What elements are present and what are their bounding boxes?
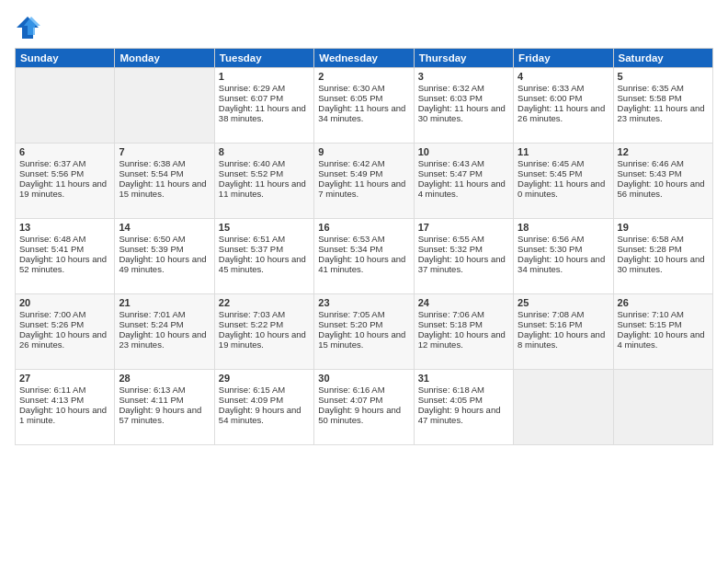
sunrise-text: Sunrise: 6:32 AM: [418, 83, 509, 93]
day-number: 17: [418, 222, 509, 233]
daylight-text: Daylight: 9 hours and 47 minutes.: [418, 405, 509, 425]
daylight-text: Daylight: 11 hours and 30 minutes.: [418, 103, 509, 123]
sunrise-text: Sunrise: 6:33 AM: [518, 83, 609, 93]
daylight-text: Daylight: 11 hours and 38 minutes.: [219, 103, 310, 123]
sunrise-text: Sunrise: 6:58 AM: [618, 234, 709, 244]
daylight-text: Daylight: 10 hours and 12 minutes.: [418, 329, 509, 350]
daylight-text: Daylight: 10 hours and 52 minutes.: [19, 254, 110, 274]
sunset-text: Sunset: 5:22 PM: [219, 319, 310, 329]
sunset-text: Sunset: 6:00 PM: [518, 93, 609, 103]
daylight-text: Daylight: 10 hours and 19 minutes.: [219, 329, 310, 350]
sunrise-text: Sunrise: 6:48 AM: [19, 234, 110, 244]
sunrise-text: Sunrise: 6:18 AM: [418, 385, 509, 395]
sunrise-text: Sunrise: 6:40 AM: [219, 158, 310, 168]
daylight-text: Daylight: 11 hours and 7 minutes.: [318, 178, 409, 199]
sunrise-text: Sunrise: 6:50 AM: [119, 234, 210, 244]
day-number: 26: [618, 297, 709, 308]
sunrise-text: Sunrise: 7:05 AM: [318, 309, 409, 319]
sunset-text: Sunset: 5:18 PM: [418, 319, 509, 329]
day-cell: 14Sunrise: 6:50 AMSunset: 5:39 PMDayligh…: [115, 219, 214, 294]
sunset-text: Sunset: 4:05 PM: [418, 395, 509, 405]
day-number: 27: [19, 373, 110, 384]
daylight-text: Daylight: 9 hours and 54 minutes.: [219, 405, 310, 425]
day-number: 9: [318, 146, 409, 157]
sunrise-text: Sunrise: 7:08 AM: [518, 309, 609, 319]
sunset-text: Sunset: 5:28 PM: [618, 244, 709, 254]
day-number: 7: [119, 146, 210, 157]
sunrise-text: Sunrise: 7:06 AM: [418, 309, 509, 319]
sunrise-text: Sunrise: 6:16 AM: [318, 385, 409, 395]
sunset-text: Sunset: 5:41 PM: [19, 244, 110, 254]
calendar-header: Sunday Monday Tuesday Wednesday Thursday…: [16, 49, 713, 68]
week-row-4: 20Sunrise: 7:00 AMSunset: 5:26 PMDayligh…: [16, 294, 713, 370]
sunrise-text: Sunrise: 6:51 AM: [219, 234, 310, 244]
day-cell: 28Sunrise: 6:13 AMSunset: 4:11 PMDayligh…: [115, 370, 214, 445]
day-number: 31: [418, 373, 509, 384]
day-cell: [16, 68, 115, 144]
daylight-text: Daylight: 10 hours and 34 minutes.: [518, 254, 609, 274]
day-number: 20: [19, 297, 110, 308]
daylight-text: Daylight: 10 hours and 4 minutes.: [618, 329, 709, 350]
daylight-text: Daylight: 11 hours and 11 minutes.: [219, 178, 310, 199]
day-number: 19: [618, 222, 709, 233]
sunrise-text: Sunrise: 6:45 AM: [518, 158, 609, 168]
sunrise-text: Sunrise: 6:42 AM: [318, 158, 409, 168]
daylight-text: Daylight: 9 hours and 50 minutes.: [318, 405, 409, 425]
sunrise-text: Sunrise: 7:03 AM: [219, 309, 310, 319]
sunrise-text: Sunrise: 6:15 AM: [219, 385, 310, 395]
day-number: 21: [119, 297, 210, 308]
daylight-text: Daylight: 10 hours and 30 minutes.: [618, 254, 709, 274]
sunset-text: Sunset: 5:24 PM: [119, 319, 210, 329]
day-cell: 16Sunrise: 6:53 AMSunset: 5:34 PMDayligh…: [314, 219, 414, 294]
sunrise-text: Sunrise: 6:55 AM: [418, 234, 509, 244]
day-cell: 18Sunrise: 6:56 AMSunset: 5:30 PMDayligh…: [514, 219, 613, 294]
day-cell: 4Sunrise: 6:33 AMSunset: 6:00 PMDaylight…: [514, 68, 613, 144]
day-cell: 2Sunrise: 6:30 AMSunset: 6:05 PMDaylight…: [314, 68, 414, 144]
sunrise-text: Sunrise: 6:37 AM: [19, 158, 110, 168]
sunset-text: Sunset: 5:30 PM: [518, 244, 609, 254]
day-cell: [514, 370, 613, 445]
sunset-text: Sunset: 4:09 PM: [219, 395, 310, 405]
daylight-text: Daylight: 11 hours and 15 minutes.: [119, 178, 210, 199]
day-cell: 21Sunrise: 7:01 AMSunset: 5:24 PMDayligh…: [115, 294, 214, 370]
col-tuesday: Tuesday: [214, 49, 313, 68]
sunrise-text: Sunrise: 6:38 AM: [119, 158, 210, 168]
day-cell: 17Sunrise: 6:55 AMSunset: 5:32 PMDayligh…: [414, 219, 513, 294]
sunrise-text: Sunrise: 7:01 AM: [119, 309, 210, 319]
col-wednesday: Wednesday: [314, 49, 414, 68]
day-cell: 9Sunrise: 6:42 AMSunset: 5:49 PMDaylight…: [314, 144, 414, 219]
daylight-text: Daylight: 10 hours and 56 minutes.: [618, 178, 709, 199]
daylight-text: Daylight: 10 hours and 23 minutes.: [119, 329, 210, 350]
daylight-text: Daylight: 11 hours and 23 minutes.: [618, 103, 709, 123]
day-cell: 13Sunrise: 6:48 AMSunset: 5:41 PMDayligh…: [16, 219, 115, 294]
calendar-table: Sunday Monday Tuesday Wednesday Thursday…: [15, 48, 713, 445]
day-number: 15: [219, 222, 310, 233]
day-number: 6: [19, 146, 110, 157]
day-cell: 19Sunrise: 6:58 AMSunset: 5:28 PMDayligh…: [613, 219, 712, 294]
daylight-text: Daylight: 10 hours and 15 minutes.: [318, 329, 409, 350]
day-cell: 10Sunrise: 6:43 AMSunset: 5:47 PMDayligh…: [414, 144, 513, 219]
daylight-text: Daylight: 11 hours and 34 minutes.: [318, 103, 409, 123]
daylight-text: Daylight: 9 hours and 57 minutes.: [119, 405, 210, 425]
daylight-text: Daylight: 10 hours and 8 minutes.: [518, 329, 609, 350]
day-number: 12: [618, 146, 709, 157]
day-cell: 7Sunrise: 6:38 AMSunset: 5:54 PMDaylight…: [115, 144, 214, 219]
day-number: 3: [418, 71, 509, 82]
col-friday: Friday: [514, 49, 613, 68]
sunset-text: Sunset: 5:32 PM: [418, 244, 509, 254]
daylight-text: Daylight: 10 hours and 49 minutes.: [119, 254, 210, 274]
day-cell: 27Sunrise: 6:11 AMSunset: 4:13 PMDayligh…: [16, 370, 115, 445]
week-row-2: 6Sunrise: 6:37 AMSunset: 5:56 PMDaylight…: [16, 144, 713, 219]
sunrise-text: Sunrise: 6:56 AM: [518, 234, 609, 244]
daylight-text: Daylight: 10 hours and 26 minutes.: [19, 329, 110, 350]
day-cell: 11Sunrise: 6:45 AMSunset: 5:45 PMDayligh…: [514, 144, 613, 219]
sunset-text: Sunset: 5:52 PM: [219, 168, 310, 178]
day-cell: 31Sunrise: 6:18 AMSunset: 4:05 PMDayligh…: [414, 370, 513, 445]
sunset-text: Sunset: 5:54 PM: [119, 168, 210, 178]
day-cell: 29Sunrise: 6:15 AMSunset: 4:09 PMDayligh…: [214, 370, 313, 445]
sunset-text: Sunset: 5:37 PM: [219, 244, 310, 254]
day-number: 22: [219, 297, 310, 308]
day-number: 14: [119, 222, 210, 233]
sunset-text: Sunset: 4:13 PM: [19, 395, 110, 405]
day-number: 2: [318, 71, 409, 82]
